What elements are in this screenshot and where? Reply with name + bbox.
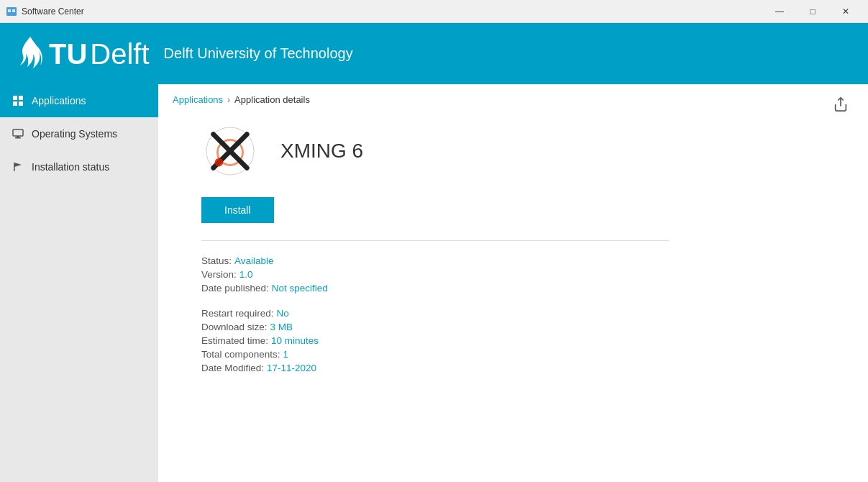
logo-container: TU Delft (14, 35, 150, 73)
window-title: Software Center (22, 6, 763, 17)
version-row: Version: 1.0 (201, 269, 839, 280)
restart-value: No (277, 308, 289, 319)
breadcrumb: Applications › Application details (158, 84, 868, 115)
time-label: Estimated time: (201, 335, 268, 346)
divider (201, 240, 669, 241)
restart-label: Restart required: (201, 308, 274, 319)
sidebar-applications-label: Applications (32, 95, 86, 106)
version-value: 1.0 (239, 269, 253, 280)
sidebar-item-operating-systems[interactable]: Operating Systems (0, 117, 158, 150)
breadcrumb-separator: › (227, 95, 230, 105)
status-row: Status: Available (201, 255, 839, 266)
svg-rect-2 (12, 9, 15, 12)
download-value: 3 MB (270, 322, 293, 332)
svg-rect-4 (19, 96, 23, 100)
sidebar-os-label: Operating Systems (32, 128, 117, 140)
svg-rect-1 (8, 9, 11, 12)
time-value: 10 minutes (271, 335, 319, 346)
grid-icon (12, 94, 24, 107)
date-published-label: Date published: (201, 283, 269, 294)
app-detail: XMING 6 Install Status: Available Versio… (158, 115, 868, 482)
tu-logo-text: TU Delft (49, 40, 150, 68)
time-row: Estimated time: 10 minutes (201, 335, 839, 346)
svg-rect-5 (13, 101, 17, 106)
breadcrumb-current: Application details (234, 94, 310, 105)
modified-row: Date Modified: 17-11-2020 (201, 363, 839, 373)
university-title: Delft University of Technology (164, 45, 353, 62)
modified-value: 17-11-2020 (267, 363, 316, 373)
app-icon (201, 122, 259, 180)
tu-delft-flame-icon (14, 35, 49, 73)
install-button-container: Install (201, 197, 839, 240)
modified-label: Date Modified: (201, 363, 264, 373)
flag-icon (12, 160, 24, 173)
date-published-value: Not specified (272, 283, 328, 294)
titlebar: Software Center — □ ✕ (0, 0, 868, 23)
content-area: Applications › Application details (158, 84, 868, 482)
restart-row: Restart required: No (201, 308, 839, 319)
svg-marker-11 (14, 163, 22, 167)
sidebar-item-installation-status[interactable]: Installation status (0, 150, 158, 183)
app-name: XMING 6 (280, 140, 363, 163)
status-value: Available (234, 255, 274, 266)
app-header-row: XMING 6 (201, 122, 839, 180)
status-label: Status: (201, 255, 232, 266)
install-button[interactable]: Install (201, 197, 274, 223)
share-button[interactable] (828, 91, 854, 117)
window-controls: — □ ✕ (763, 0, 862, 23)
svg-rect-7 (13, 129, 23, 136)
components-value: 1 (283, 349, 289, 360)
svg-rect-6 (19, 101, 23, 106)
sidebar: Applications Operating Systems Installat… (0, 84, 158, 482)
download-row: Download size: 3 MB (201, 322, 839, 332)
sidebar-status-label: Installation status (32, 161, 109, 173)
components-row: Total components: 1 (201, 349, 839, 360)
download-label: Download size: (201, 322, 268, 332)
monitor-icon (12, 127, 24, 140)
close-button[interactable]: ✕ (829, 0, 862, 23)
minimize-button[interactable]: — (763, 0, 796, 23)
main-layout: Applications Operating Systems Installat… (0, 84, 868, 482)
svg-point-17 (215, 158, 224, 167)
app-icon (6, 6, 17, 17)
svg-rect-3 (13, 96, 17, 100)
date-published-row: Date published: Not specified (201, 283, 839, 294)
svg-rect-9 (15, 137, 21, 139)
app-header: TU Delft Delft University of Technology (0, 23, 868, 84)
version-label: Version: (201, 269, 237, 280)
maximize-button[interactable]: □ (796, 0, 829, 23)
breadcrumb-applications-link[interactable]: Applications (173, 94, 223, 105)
info-section: Status: Available Version: 1.0 Date publ… (201, 255, 839, 373)
components-label: Total components: (201, 349, 280, 360)
sidebar-item-applications[interactable]: Applications (0, 84, 158, 117)
